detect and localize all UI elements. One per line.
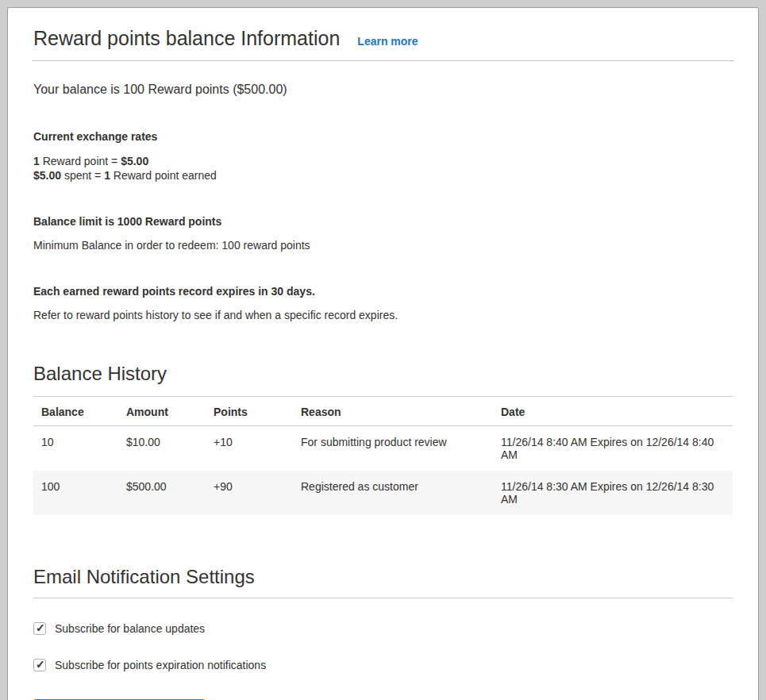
balance-limit-section: Balance limit is 1000 Reward points Mini…: [33, 215, 733, 252]
learn-more-link[interactable]: Learn more: [357, 35, 418, 48]
page-title: Reward points balance Information: [33, 27, 340, 50]
rate2-text: spent =: [61, 169, 104, 182]
column-header-reason: Reason: [293, 396, 493, 425]
exchange-rate-line-1: 1 Reward point = $5.00: [33, 154, 733, 168]
table-row: 100 $500.00 +90 Registered as customer 1…: [33, 471, 733, 515]
expiration-hint: Refer to reward points history to see if…: [33, 309, 733, 321]
exchange-rate-line-2: $5.00 spent = 1 Reward point earned: [33, 168, 733, 183]
cell-amount: $10.00: [118, 425, 206, 471]
expiration-section: Each earned reward points record expires…: [33, 285, 733, 321]
rate1-text: Reward point =: [40, 155, 121, 167]
reward-points-panel: Reward points balance Information Learn …: [7, 7, 759, 700]
column-header-points: Points: [206, 396, 293, 425]
subscribe-expiration-checkbox[interactable]: [33, 659, 46, 671]
subscribe-balance-updates-row: Subscribe for balance updates: [33, 622, 733, 635]
table-body: 10 $10.00 +10 For submitting product rev…: [33, 425, 733, 515]
subscribe-balance-updates-label[interactable]: Subscribe for balance updates: [55, 622, 205, 635]
cell-balance: 10: [33, 425, 118, 471]
exchange-rates-section: Current exchange rates 1 Reward point = …: [33, 130, 733, 183]
rate2-points: 1: [104, 169, 110, 182]
subscribe-expiration-label[interactable]: Subscribe for points expiration notifica…: [55, 659, 266, 671]
cell-reason: Registered as customer: [293, 471, 493, 515]
rate2-amount: $5.00: [33, 169, 61, 182]
cell-amount: $500.00: [118, 471, 206, 515]
cell-balance: 100: [33, 471, 118, 515]
exchange-rates-heading: Current exchange rates: [33, 130, 733, 143]
subscribe-expiration-row: Subscribe for points expiration notifica…: [33, 659, 733, 671]
subscribe-balance-updates-checkbox[interactable]: [33, 622, 46, 635]
expiration-note: Each earned reward points record expires…: [33, 285, 733, 298]
cell-date: 11/26/14 8:40 AM Expires on 12/26/14 8:4…: [493, 425, 733, 471]
balance-summary: Your balance is 100 Reward points ($500.…: [33, 83, 733, 97]
page-content: Your balance is 100 Reward points ($500.…: [32, 83, 734, 700]
rate2-end-text: Reward point earned: [110, 169, 217, 182]
table-row: 10 $10.00 +10 For submitting product rev…: [33, 425, 733, 471]
email-settings-title: Email Notification Settings: [33, 566, 733, 598]
rate1-points: 1: [33, 155, 40, 167]
cell-points: +90: [206, 471, 293, 515]
table-header: Balance Amount Points Reason Date: [33, 396, 733, 425]
balance-limit-text: Balance limit is 1000 Reward points: [33, 215, 733, 228]
rate1-amount: $5.00: [121, 155, 148, 167]
balance-history-title: Balance History: [33, 363, 733, 385]
cell-points: +10: [206, 425, 293, 471]
minimum-redeem-text: Minimum Balance in order to redeem: 100 …: [33, 239, 733, 252]
column-header-date: Date: [493, 396, 733, 425]
column-header-balance: Balance: [33, 396, 118, 425]
page-header: Reward points balance Information Learn …: [32, 25, 734, 61]
column-header-amount: Amount: [118, 396, 206, 425]
balance-history-table: Balance Amount Points Reason Date 10 $10…: [33, 396, 733, 515]
cell-reason: For submitting product review: [293, 425, 493, 471]
cell-date: 11/26/14 8:30 AM Expires on 12/26/14 8:3…: [493, 471, 733, 515]
